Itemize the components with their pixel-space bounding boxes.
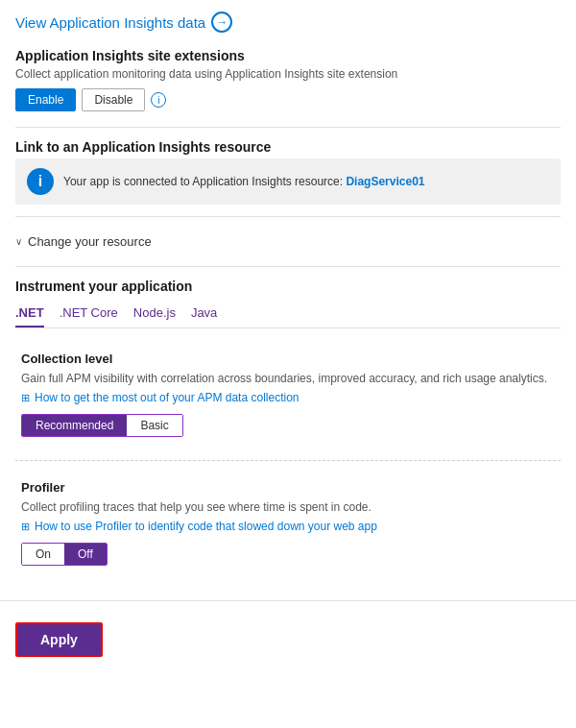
- profiler-desc: Collect profiling traces that help you s…: [21, 500, 555, 514]
- site-extensions-desc: Collect application monitoring data usin…: [15, 67, 561, 81]
- divider-3: [15, 266, 561, 267]
- site-extensions-section: Application Insights site extensions Col…: [15, 48, 561, 111]
- link-resource-title: Link to an Application Insights resource: [15, 139, 561, 155]
- tab-nodejs[interactable]: Node.js: [133, 302, 176, 328]
- tab-dotnet-core[interactable]: .NET Core: [60, 302, 118, 328]
- collection-level-toggle: Recommended Basic: [21, 414, 183, 437]
- arrow-circle-icon: →: [211, 12, 232, 33]
- instrument-title: Instrument your application: [15, 279, 561, 294]
- site-extensions-title: Application Insights site extensions: [15, 48, 561, 63]
- apply-button[interactable]: Apply: [15, 622, 103, 657]
- divider-2: [15, 216, 561, 217]
- profiler-off-button[interactable]: Off: [64, 544, 107, 565]
- tab-dotnet[interactable]: .NET: [15, 302, 44, 328]
- profiler-link[interactable]: ⊞ How to use Profiler to identify code t…: [21, 520, 555, 533]
- profiler-section: Profiler Collect profiling traces that h…: [15, 471, 561, 579]
- info-icon[interactable]: i: [151, 92, 166, 108]
- link-icon-profiler: ⊞: [21, 521, 30, 533]
- resource-name-link[interactable]: DiagService01: [346, 175, 424, 188]
- collection-level-section: Collection level Gain full APM visibilit…: [15, 342, 561, 450]
- tab-java[interactable]: Java: [191, 302, 217, 328]
- change-resource-row[interactable]: ∨ Change your resource: [15, 229, 561, 255]
- collection-level-desc: Gain full APM visibility with correlatio…: [21, 372, 555, 385]
- info-banner-text: Your app is connected to Application Ins…: [63, 175, 424, 188]
- instrument-tabs: .NET .NET Core Node.js Java: [15, 302, 561, 328]
- link-resource-section: Link to an Application Insights resource…: [15, 139, 561, 205]
- info-badge-icon: i: [27, 168, 54, 195]
- bottom-bar: Apply: [0, 600, 576, 670]
- view-insights-link[interactable]: View Application Insights data →: [15, 12, 561, 33]
- profiler-title: Profiler: [21, 480, 555, 495]
- enable-disable-row: Enable Disable i: [15, 88, 561, 111]
- link-icon-apm: ⊞: [21, 392, 30, 404]
- chevron-icon: ∨: [15, 236, 22, 247]
- divider-1: [15, 127, 561, 128]
- enable-button[interactable]: Enable: [15, 88, 76, 111]
- apm-data-collection-link[interactable]: ⊞ How to get the most out of your APM da…: [21, 391, 555, 404]
- apm-link-text: How to get the most out of your APM data…: [35, 391, 299, 404]
- change-resource-label: Change your resource: [28, 234, 152, 249]
- instrument-section: Instrument your application .NET .NET Co…: [15, 279, 561, 579]
- recommended-button[interactable]: Recommended: [22, 415, 127, 436]
- collection-level-title: Collection level: [21, 352, 555, 366]
- disable-button[interactable]: Disable: [82, 88, 145, 111]
- profiler-toggle: On Off: [21, 543, 108, 566]
- profiler-link-text: How to use Profiler to identify code tha…: [35, 520, 377, 533]
- basic-button[interactable]: Basic: [127, 415, 181, 436]
- sub-divider-1: [15, 460, 561, 461]
- view-insights-label: View Application Insights data: [15, 14, 205, 31]
- info-banner: i Your app is connected to Application I…: [15, 158, 561, 205]
- profiler-on-button[interactable]: On: [22, 544, 64, 565]
